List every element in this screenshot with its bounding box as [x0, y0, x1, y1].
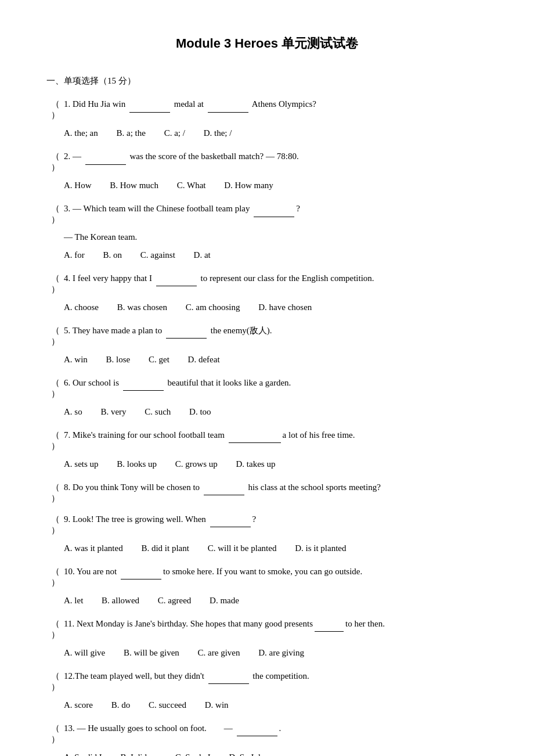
question-12: （ ） 12.The team played well, but they di…	[46, 669, 488, 713]
q2-opt-b: B. How much	[110, 178, 158, 193]
q10-opt-d: D. made	[210, 593, 239, 609]
q1-opt-b: B. a; the	[116, 125, 145, 141]
q1-blank1	[129, 97, 170, 113]
q7-opt-a: A. sets up	[64, 456, 99, 472]
q7-paren: （ ）	[46, 430, 64, 452]
q4-opt-a: A. choose	[64, 300, 99, 315]
q13-text: 13. — He usually goes to school on foot.…	[64, 721, 488, 737]
q3-blank1	[254, 201, 294, 217]
q10-paren: （ ）	[46, 566, 64, 588]
q6-paren: （ ）	[46, 377, 64, 399]
q10-opt-a: A. let	[64, 593, 83, 609]
q10-opt-b: B. allowed	[102, 593, 139, 609]
q12-options: A. score B. do C. succeed D. win	[46, 697, 488, 713]
q6-blank1	[123, 376, 164, 391]
q12-blank1	[208, 669, 249, 685]
q4-options: A. choose B. was chosen C. am choosing D…	[46, 300, 488, 315]
q11-opt-d: D. are giving	[258, 645, 304, 661]
q5-paren: （ ）	[46, 325, 64, 347]
q10-text: 10. You are not to smoke here. If you wa…	[64, 564, 488, 580]
q9-opt-d: D. is it planted	[295, 541, 346, 556]
question-5: （ ） 5. They have made a plan to the enem…	[46, 323, 488, 368]
q1-paren: （ ）	[46, 99, 64, 121]
question-8: （ ） 8. Do you think Tony will be chosen …	[46, 480, 488, 504]
q11-blank1	[315, 617, 344, 632]
q5-opt-d: D. defeat	[188, 352, 220, 368]
q6-opt-a: A. so	[64, 404, 82, 420]
q10-opt-c: C. agreed	[158, 593, 191, 609]
q11-text: 11. Next Monday is Jane's birthday. She …	[64, 617, 488, 632]
q1-opt-a: A. the; an	[64, 125, 98, 141]
q12-opt-b: B. do	[111, 697, 131, 713]
question-1: （ ） 1. Did Hu Jia win medal at Athens Ol…	[46, 97, 488, 141]
q4-text: 4. I feel very happy that I to represent…	[64, 271, 488, 287]
q3-paren: （ ）	[46, 203, 64, 225]
q12-text: 12.The team played well, but they didn't…	[64, 669, 488, 685]
q2-opt-d: D. How many	[224, 178, 273, 193]
q2-text: 2. — was the score of the basketball mat…	[64, 149, 488, 165]
q13-opt-c: C. So do I	[175, 750, 211, 757]
title: Module 3 Heroes 单元测试试卷	[46, 35, 488, 52]
q12-paren: （ ）	[46, 671, 64, 693]
q13-opt-a: A. So did I	[64, 750, 102, 757]
q9-opt-a: A. was it planted	[64, 541, 123, 556]
q3-opt-d: D. at	[194, 247, 211, 263]
q10-options: A. let B. allowed C. agreed D. made	[46, 593, 488, 609]
q13-opt-b: B. I did so	[121, 750, 157, 757]
q12-opt-c: C. succeed	[149, 697, 186, 713]
q13-options: A. So did I B. I did so C. So do I D. So…	[46, 750, 488, 757]
q2-opt-a: A. How	[64, 178, 92, 193]
q7-text: 7. Mike's training for our school footba…	[64, 428, 488, 444]
q7-options: A. sets up B. looks up C. grows up D. ta…	[46, 456, 488, 472]
q1-opt-d: D. the; /	[204, 125, 232, 141]
q7-blank1	[229, 428, 281, 444]
q11-opt-a: A. will give	[64, 645, 105, 661]
q3-opt-a: A. for	[64, 247, 85, 263]
question-4: （ ） 4. I feel very happy that I to repre…	[46, 271, 488, 315]
q6-opt-d: D. too	[189, 404, 211, 420]
q3-options: A. for B. on C. against D. at	[46, 247, 488, 263]
question-3: （ ） 3. — Which team will the Chinese foo…	[46, 201, 488, 263]
question-10: （ ） 10. You are not to smoke here. If yo…	[46, 564, 488, 609]
q1-blank2	[208, 97, 248, 113]
q13-opt-d: D. So I do	[229, 750, 265, 757]
q13-blank1	[237, 721, 277, 737]
q6-text: 6. Our school is beautiful that it looks…	[64, 376, 488, 391]
q11-paren: （ ）	[46, 618, 64, 640]
q4-opt-b: B. was chosen	[117, 300, 167, 315]
q2-paren: （ ）	[46, 151, 64, 173]
q9-opt-c: C. will it be planted	[208, 541, 277, 556]
question-9: （ ） 9. Look! The tree is growing well. W…	[46, 512, 488, 556]
q4-blank1	[156, 271, 197, 287]
q4-paren: （ ）	[46, 273, 64, 295]
question-2: （ ） 2. — was the score of the basketball…	[46, 149, 488, 193]
q9-opt-b: B. did it plant	[141, 541, 189, 556]
q6-opt-b: B. very	[100, 404, 126, 420]
q2-blank1	[85, 149, 126, 165]
q3-opt-b: B. on	[103, 247, 122, 263]
q1-options: A. the; an B. a; the C. a; / D. the; /	[46, 125, 488, 141]
question-13: （ ） 13. — He usually goes to school on f…	[46, 721, 488, 757]
q8-paren: （ ）	[46, 482, 64, 504]
q12-opt-a: A. score	[64, 697, 93, 713]
q4-opt-d: D. have chosen	[258, 300, 312, 315]
q3-opt-c: C. against	[140, 247, 175, 263]
q1-opt-c: C. a; /	[164, 125, 185, 141]
q6-opt-c: C. such	[145, 404, 171, 420]
q11-opt-b: B. will be given	[124, 645, 179, 661]
q12-opt-d: D. win	[205, 697, 229, 713]
q5-options: A. win B. lose C. get D. defeat	[46, 352, 488, 368]
q2-opt-c: C. What	[177, 178, 206, 193]
q8-text: 8. Do you think Tony will be chosen to h…	[64, 480, 488, 496]
q13-paren: （ ）	[46, 723, 64, 745]
q5-blank1	[166, 323, 207, 339]
q11-options: A. will give B. will be given C. are giv…	[46, 645, 488, 661]
q3-sub: — The Korean team.	[46, 230, 488, 245]
q3-text: 3. — Which team will the Chinese footbal…	[64, 201, 488, 217]
question-7: （ ） 7. Mike's training for our school fo…	[46, 428, 488, 472]
q5-opt-a: A. win	[64, 352, 88, 368]
q7-opt-c: C. grows up	[175, 456, 218, 472]
question-6: （ ） 6. Our school is beautiful that it l…	[46, 376, 488, 420]
q9-blank1	[210, 512, 251, 528]
q7-opt-b: B. looks up	[117, 456, 157, 472]
